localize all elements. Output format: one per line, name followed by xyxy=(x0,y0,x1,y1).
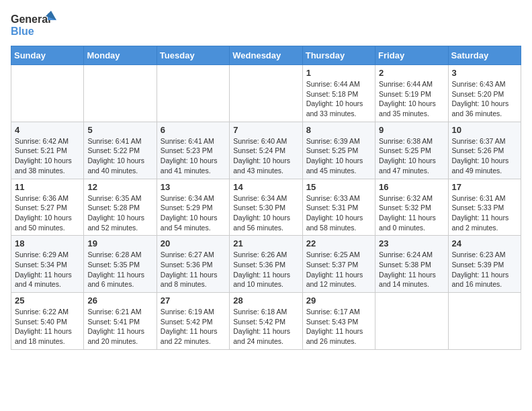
calendar-cell xyxy=(84,65,157,122)
day-number: 4 xyxy=(15,125,80,135)
day-info: Sunrise: 6:37 AM Sunset: 5:26 PM Dayligh… xyxy=(452,136,517,176)
day-number: 13 xyxy=(161,182,226,192)
day-number: 19 xyxy=(87,238,152,248)
day-header-monday: Monday xyxy=(84,46,157,65)
calendar-cell: 4Sunrise: 6:42 AM Sunset: 5:21 PM Daylig… xyxy=(11,122,84,179)
calendar-cell: 26Sunrise: 6:21 AM Sunset: 5:41 PM Dayli… xyxy=(84,293,157,350)
calendar-cell: 7Sunrise: 6:40 AM Sunset: 5:24 PM Daylig… xyxy=(230,122,302,179)
calendar-cell: 23Sunrise: 6:24 AM Sunset: 5:38 PM Dayli… xyxy=(375,236,448,293)
day-header-saturday: Saturday xyxy=(448,46,521,65)
day-info: Sunrise: 6:32 AM Sunset: 5:32 PM Dayligh… xyxy=(379,193,444,233)
day-info: Sunrise: 6:43 AM Sunset: 5:20 PM Dayligh… xyxy=(452,79,517,119)
day-info: Sunrise: 6:19 AM Sunset: 5:42 PM Dayligh… xyxy=(161,307,226,347)
calendar-cell: 17Sunrise: 6:31 AM Sunset: 5:33 PM Dayli… xyxy=(448,179,521,236)
day-info: Sunrise: 6:23 AM Sunset: 5:39 PM Dayligh… xyxy=(452,250,517,289)
day-number: 20 xyxy=(161,238,226,248)
day-number: 27 xyxy=(161,295,226,306)
day-info: Sunrise: 6:41 AM Sunset: 5:22 PM Dayligh… xyxy=(87,136,152,176)
calendar-cell xyxy=(230,65,302,122)
day-number: 12 xyxy=(87,182,152,192)
day-info: Sunrise: 6:34 AM Sunset: 5:30 PM Dayligh… xyxy=(233,193,298,233)
day-info: Sunrise: 6:36 AM Sunset: 5:27 PM Dayligh… xyxy=(15,193,80,233)
calendar-cell: 18Sunrise: 6:29 AM Sunset: 5:34 PM Dayli… xyxy=(11,236,84,293)
day-info: Sunrise: 6:24 AM Sunset: 5:38 PM Dayligh… xyxy=(379,250,444,289)
calendar-cell: 13Sunrise: 6:34 AM Sunset: 5:29 PM Dayli… xyxy=(157,179,229,236)
day-header-sunday: Sunday xyxy=(11,46,84,65)
calendar-cell: 3Sunrise: 6:43 AM Sunset: 5:20 PM Daylig… xyxy=(448,65,521,122)
day-number: 18 xyxy=(15,238,80,248)
day-header-thursday: Thursday xyxy=(302,46,375,65)
day-info: Sunrise: 6:40 AM Sunset: 5:24 PM Dayligh… xyxy=(233,136,298,176)
day-info: Sunrise: 6:34 AM Sunset: 5:29 PM Dayligh… xyxy=(161,193,226,233)
day-header-friday: Friday xyxy=(375,46,448,65)
calendar-cell: 24Sunrise: 6:23 AM Sunset: 5:39 PM Dayli… xyxy=(448,236,521,293)
day-number: 8 xyxy=(306,125,371,135)
day-number: 25 xyxy=(15,295,80,306)
day-header-tuesday: Tuesday xyxy=(157,46,229,65)
calendar-cell: 28Sunrise: 6:18 AM Sunset: 5:42 PM Dayli… xyxy=(230,293,302,350)
day-number: 29 xyxy=(306,295,371,306)
day-number: 3 xyxy=(452,68,517,78)
calendar-cell: 8Sunrise: 6:39 AM Sunset: 5:25 PM Daylig… xyxy=(302,122,375,179)
calendar-cell xyxy=(448,293,521,350)
day-number: 9 xyxy=(379,125,444,135)
day-number: 11 xyxy=(15,182,80,192)
day-number: 7 xyxy=(233,125,298,135)
day-info: Sunrise: 6:41 AM Sunset: 5:23 PM Dayligh… xyxy=(161,136,226,176)
day-number: 5 xyxy=(87,125,152,135)
calendar-cell: 20Sunrise: 6:27 AM Sunset: 5:36 PM Dayli… xyxy=(157,236,229,293)
calendar-cell xyxy=(11,65,84,122)
day-info: Sunrise: 6:18 AM Sunset: 5:42 PM Dayligh… xyxy=(233,307,298,347)
calendar-cell: 2Sunrise: 6:44 AM Sunset: 5:19 PM Daylig… xyxy=(375,65,448,122)
logo-icon: GeneralBlue xyxy=(11,11,58,38)
calendar-cell xyxy=(157,65,229,122)
day-number: 10 xyxy=(452,125,517,135)
day-info: Sunrise: 6:17 AM Sunset: 5:43 PM Dayligh… xyxy=(306,307,371,347)
day-info: Sunrise: 6:29 AM Sunset: 5:34 PM Dayligh… xyxy=(15,250,80,289)
calendar-cell xyxy=(375,293,448,350)
day-number: 16 xyxy=(379,182,444,192)
day-number: 28 xyxy=(233,295,298,306)
calendar-cell: 12Sunrise: 6:35 AM Sunset: 5:28 PM Dayli… xyxy=(84,179,157,236)
day-info: Sunrise: 6:21 AM Sunset: 5:41 PM Dayligh… xyxy=(87,307,152,347)
calendar-cell: 14Sunrise: 6:34 AM Sunset: 5:30 PM Dayli… xyxy=(230,179,302,236)
page-header: GeneralBlue xyxy=(11,11,521,38)
day-info: Sunrise: 6:39 AM Sunset: 5:25 PM Dayligh… xyxy=(306,136,371,176)
day-info: Sunrise: 6:38 AM Sunset: 5:25 PM Dayligh… xyxy=(379,136,444,176)
day-number: 21 xyxy=(233,238,298,248)
calendar-cell: 19Sunrise: 6:28 AM Sunset: 5:35 PM Dayli… xyxy=(84,236,157,293)
day-number: 14 xyxy=(233,182,298,192)
calendar-cell: 27Sunrise: 6:19 AM Sunset: 5:42 PM Dayli… xyxy=(157,293,229,350)
day-number: 26 xyxy=(87,295,152,306)
day-info: Sunrise: 6:28 AM Sunset: 5:35 PM Dayligh… xyxy=(87,250,152,289)
day-number: 23 xyxy=(379,238,444,248)
day-info: Sunrise: 6:44 AM Sunset: 5:19 PM Dayligh… xyxy=(379,79,444,119)
calendar-cell: 21Sunrise: 6:26 AM Sunset: 5:36 PM Dayli… xyxy=(230,236,302,293)
calendar-cell: 11Sunrise: 6:36 AM Sunset: 5:27 PM Dayli… xyxy=(11,179,84,236)
calendar-cell: 25Sunrise: 6:22 AM Sunset: 5:40 PM Dayli… xyxy=(11,293,84,350)
day-info: Sunrise: 6:42 AM Sunset: 5:21 PM Dayligh… xyxy=(15,136,80,176)
day-info: Sunrise: 6:26 AM Sunset: 5:36 PM Dayligh… xyxy=(233,250,298,289)
day-number: 15 xyxy=(306,182,371,192)
day-header-wednesday: Wednesday xyxy=(230,46,302,65)
day-info: Sunrise: 6:25 AM Sunset: 5:37 PM Dayligh… xyxy=(306,250,371,289)
calendar-cell: 29Sunrise: 6:17 AM Sunset: 5:43 PM Dayli… xyxy=(302,293,375,350)
svg-text:Blue: Blue xyxy=(11,26,34,37)
day-info: Sunrise: 6:33 AM Sunset: 5:31 PM Dayligh… xyxy=(306,193,371,233)
day-info: Sunrise: 6:27 AM Sunset: 5:36 PM Dayligh… xyxy=(161,250,226,289)
day-info: Sunrise: 6:31 AM Sunset: 5:33 PM Dayligh… xyxy=(452,193,517,233)
day-number: 1 xyxy=(306,68,371,78)
calendar-cell: 22Sunrise: 6:25 AM Sunset: 5:37 PM Dayli… xyxy=(302,236,375,293)
calendar-cell: 9Sunrise: 6:38 AM Sunset: 5:25 PM Daylig… xyxy=(375,122,448,179)
calendar-header: SundayMondayTuesdayWednesdayThursdayFrid… xyxy=(11,46,521,65)
calendar-cell: 5Sunrise: 6:41 AM Sunset: 5:22 PM Daylig… xyxy=(84,122,157,179)
day-number: 2 xyxy=(379,68,444,78)
day-number: 22 xyxy=(306,238,371,248)
svg-text:General: General xyxy=(11,13,51,25)
calendar-table: SundayMondayTuesdayWednesdayThursdayFrid… xyxy=(11,46,521,350)
day-number: 6 xyxy=(161,125,226,135)
day-info: Sunrise: 6:22 AM Sunset: 5:40 PM Dayligh… xyxy=(15,307,80,347)
day-number: 24 xyxy=(452,238,517,248)
day-number: 17 xyxy=(452,182,517,192)
logo: GeneralBlue xyxy=(11,11,58,38)
